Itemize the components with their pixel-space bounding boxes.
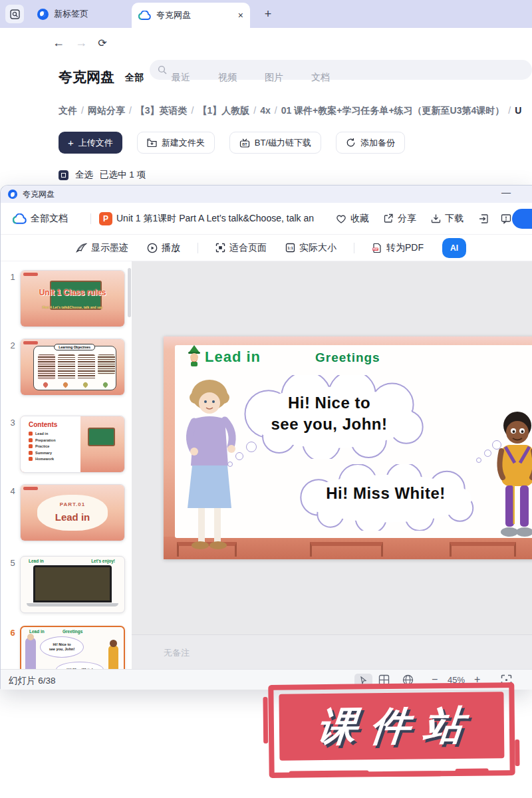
show-ink-button[interactable]: 显示墨迹 [76,242,128,254]
file-title: P Unit 1 第1课时 Part A Let’s talk&Choose, … [99,212,336,225]
sync-circle-icon [346,138,356,148]
thumb-number: 2 [7,340,18,350]
plus-icon: + [68,137,74,148]
slide-counter: 幻灯片 6/38 [9,675,56,687]
ink-pen-icon [76,243,87,253]
slide-thumbnail-4[interactable]: PART.01 Lead in [20,484,125,541]
speech-bubble-2: Hi! Miss White! [287,464,484,531]
svg-text:1:1: 1:1 [287,246,293,250]
stamp-text: 课件站 [304,698,479,754]
thumb-number: 1 [7,272,18,282]
slide-thumbnail-2[interactable]: Learning Objectives [20,338,125,396]
breadcrumb: 文件/网站分享/【3】英语类/【1】人教版/4x/01 课件+教案+学习任务单+… [59,105,532,117]
heart-icon [336,214,346,223]
breadcrumb-item[interactable]: 4x [260,105,271,116]
download-button[interactable]: 下载 [431,213,464,225]
minimize-button[interactable]: — [501,187,511,198]
save-to-drive-button[interactable] [478,213,489,224]
teacher-mini [25,638,36,669]
to-pdf-button[interactable]: PDF 转为PDF [372,242,424,254]
download-icon [431,213,441,223]
thumb-number-active: 6 [7,628,18,638]
slide-section-title: Lead in [205,348,261,366]
selection-row: 全选 已选中 1 项 [59,169,146,181]
browser-chrome: 新标签页 夸克网盘 × + [0,0,532,28]
member-button[interactable] [512,209,532,229]
screen: 新标签页 夸克网盘 × + ← → ⟳ 夸克网盘 全部 最近 视频 图片 文档 … [0,0,532,798]
all-docs-button[interactable]: 全部文档 [13,213,68,225]
actual-size-icon: 1:1 [285,243,295,253]
feedback-button[interactable] [501,213,511,224]
share-button[interactable]: 分享 [384,213,416,225]
window-title: 夸克网盘 [23,189,55,200]
slide-thumbnail-5[interactable]: Lead in Let's enjoy! [20,556,125,613]
breadcrumb-current: U [515,105,521,116]
quark-cloud-icon [138,11,151,20]
refresh-icon[interactable]: ⟳ [94,35,110,51]
folder-plus-icon [147,138,157,147]
svg-text:BT: BT [242,142,247,146]
upload-button[interactable]: + 上传文件 [59,132,122,154]
divider [198,243,198,253]
breadcrumb-item[interactable]: 【3】英语类 [136,105,188,116]
current-slide: Lead in Greetings [164,336,532,559]
file-name: Unit 1 第1课时 Part A Let’s talk&Choose, ta… [116,213,336,225]
slide-preview-area: Lead in Greetings [132,261,532,669]
mascot-icon [185,344,203,367]
actual-size-button[interactable]: 1:1 实际大小 [285,242,336,254]
kejianzhan-stamp: 课件站 [268,682,515,778]
slide-thumbnail-3[interactable]: Contents Lead in Preparation Practice Su… [20,416,125,473]
feedback-icon [501,213,511,224]
slide-topic-title: Greetings [315,350,380,365]
slide-thumbnail-1[interactable]: Unit 1 Class rules Part A Let’s talk&Cho… [20,270,125,327]
slide-thumbnail-6[interactable]: Lead in Greetings Hi! Nice tosee you, Jo… [20,626,125,669]
breadcrumb-item[interactable]: 文件 [59,105,77,116]
back-icon[interactable]: ← [51,35,66,51]
forward-icon[interactable]: → [73,35,89,51]
ai-assistant-button[interactable]: AI [442,238,466,258]
boy-figure [492,411,532,554]
pdf-icon: PDF [372,243,382,253]
breadcrumb-item[interactable]: 01 课件+教案+学习任务单+练习（更新至U3第4课时） [281,105,505,116]
thumb-number: 4 [7,486,18,496]
viewer-content: 1 Unit 1 Class rules Part A Let’s talk&C… [1,261,532,669]
viewer-toolbar: 全部文档 P Unit 1 第1课时 Part A Let’s talk&Cho… [1,203,532,235]
close-icon[interactable]: × [238,10,243,21]
divider [90,213,91,224]
tab-image[interactable]: 图片 [265,72,283,84]
notes-placeholder: 无备注 [164,647,190,659]
viewer-tools: 显示墨迹 播放 适合页面 1:1 实际大小 PDF 转为PDF AI [1,235,532,261]
bt-magnet-icon: BT [239,138,250,148]
tab-new-page[interactable]: 新标签页 [32,0,132,28]
play-icon [147,243,158,253]
tab-doc[interactable]: 文档 [311,72,330,84]
new-folder-button[interactable]: 新建文件夹 [137,132,215,154]
bt-download-button[interactable]: BT BT/磁力链下载 [229,132,321,154]
save-to-icon [478,213,489,224]
quark-logo-icon [37,9,49,20]
tab-video[interactable]: 视频 [218,72,237,84]
tab-quark-drive[interactable]: 夸克网盘 × [132,3,250,28]
quark-cloud-icon [13,213,27,224]
play-button[interactable]: 播放 [147,242,180,254]
breadcrumb-item[interactable]: 【1】人教版 [198,105,249,116]
quark-logo-icon [8,190,17,199]
add-backup-button[interactable]: 添加备份 [336,132,405,154]
tab-recent[interactable]: 最近 [172,72,190,84]
selected-count: 已选中 1 项 [100,169,146,181]
window-titlebar[interactable]: 夸克网盘 — [1,186,532,203]
share-icon [384,213,394,223]
drive-tabs: 全部 最近 视频 图片 文档 [125,72,330,84]
tab-all[interactable]: 全部 [125,72,144,84]
thumb-number: 3 [7,418,18,428]
workspace-icon[interactable] [5,5,24,23]
action-buttons: + 上传文件 新建文件夹 BT BT/磁力链下载 添加备份 [59,132,405,154]
preview-window: 夸克网盘 — 全部文档 P Unit 1 第1课时 Part A Let’s t… [0,185,532,689]
fit-page-button[interactable]: 适合页面 [215,242,267,254]
select-all-checkbox[interactable] [59,170,68,180]
new-tab-button[interactable]: + [259,5,277,23]
rail-scrollbar[interactable] [128,268,131,317]
favorite-button[interactable]: 收藏 [336,213,369,225]
breadcrumb-item[interactable]: 网站分享 [88,105,125,116]
thumbnail-rail: 1 Unit 1 Class rules Part A Let’s talk&C… [1,261,132,669]
